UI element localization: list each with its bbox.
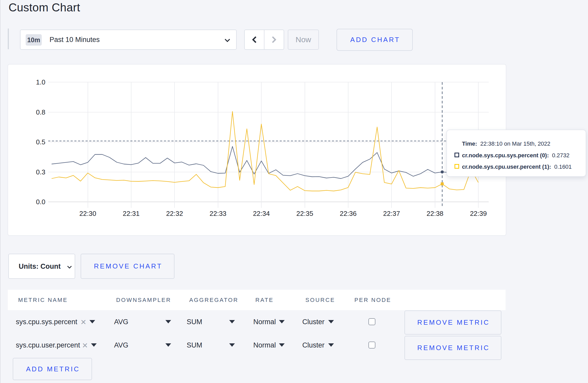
svg-text:22:32: 22:32: [166, 210, 183, 217]
svg-text:0.3: 0.3: [36, 168, 45, 176]
svg-text:1.0: 1.0: [36, 78, 45, 86]
svg-text:0.0: 0.0: [36, 198, 45, 206]
svg-text:22:37: 22:37: [383, 210, 400, 217]
svg-text:0.8: 0.8: [36, 108, 45, 116]
svg-text:0.5: 0.5: [36, 138, 45, 146]
svg-text:22:33: 22:33: [209, 210, 226, 217]
svg-text:22:36: 22:36: [340, 210, 356, 217]
svg-text:22:31: 22:31: [123, 210, 139, 217]
svg-text:22:34: 22:34: [253, 210, 270, 217]
svg-text:22:30: 22:30: [79, 210, 96, 217]
svg-text:22:39: 22:39: [470, 210, 487, 217]
svg-text:22:38: 22:38: [426, 210, 443, 217]
svg-text:22:35: 22:35: [296, 210, 313, 217]
